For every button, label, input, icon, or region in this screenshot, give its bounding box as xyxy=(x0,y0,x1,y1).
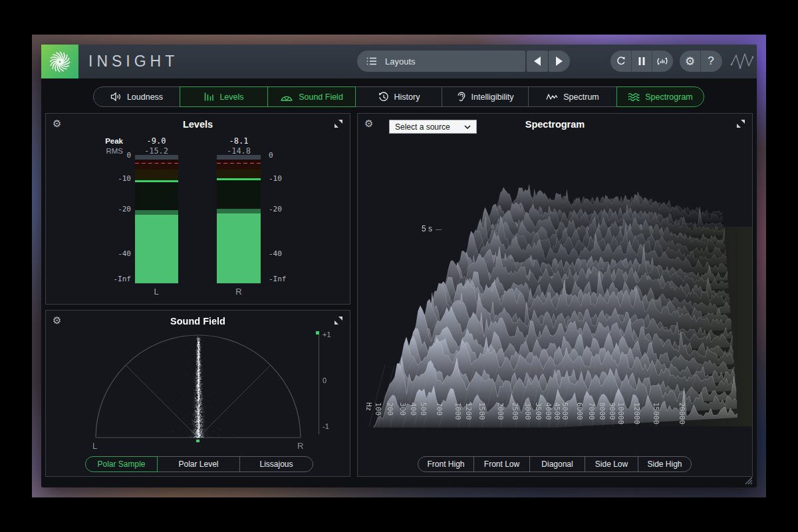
scale-tick: -40 xyxy=(269,249,282,258)
back-arrow-icon xyxy=(529,57,541,66)
spectrogram-icon xyxy=(628,92,640,102)
freq-axis-label: 20000 xyxy=(678,402,686,424)
tab-label: Sound Field xyxy=(299,92,343,102)
polar-sample-scatter xyxy=(46,311,351,477)
freq-axis-label: 3000 xyxy=(523,402,532,420)
freq-axis-label: 400 xyxy=(409,402,418,416)
freq-axis-label: 9000 xyxy=(608,402,616,420)
correlation-marker xyxy=(316,331,319,334)
levels-panel: ⚙ Levels Peak RMS -9.0 -8.1 -15.2 -14.8 … xyxy=(45,113,350,305)
tab-label: History xyxy=(394,92,420,102)
levels-expand-button[interactable] xyxy=(334,119,343,128)
tab-label: Levels xyxy=(219,92,243,102)
tab-history[interactable]: History xyxy=(355,86,442,107)
sync-button[interactable] xyxy=(652,51,672,72)
settings-controls: ⚙ ? xyxy=(680,51,722,72)
scale-tick: 0 xyxy=(106,151,131,160)
screen: INSIGHT Layouts xyxy=(0,0,798,532)
rms-value-left: -15.2 xyxy=(134,146,178,156)
tab-label: Intelligibility xyxy=(471,92,514,102)
freq-axis-label: 2500 xyxy=(511,402,519,420)
pinwheel-icon xyxy=(47,49,72,74)
peak-value-left: -9.0 xyxy=(134,136,178,146)
freq-axis-label: 12000 xyxy=(632,402,641,424)
tab-intelligibility[interactable]: Intelligibility xyxy=(442,86,529,107)
peak-label: Peak xyxy=(72,137,123,145)
tab-spectrum[interactable]: Spectrum xyxy=(528,86,617,107)
sound-field-icon xyxy=(280,92,293,102)
help-button[interactable]: ? xyxy=(700,51,721,72)
sound-field-mode-group: Polar Sample Polar Level Lissajous xyxy=(85,456,313,472)
spectrogram-view-group: Front High Front Low Diagonal Side Low S… xyxy=(418,456,692,472)
freq-axis-label: 500 xyxy=(419,402,428,416)
scale-tick: 0 xyxy=(269,151,273,160)
layouts-label: Layouts xyxy=(385,57,416,66)
view-diagonal[interactable]: Diagonal xyxy=(529,456,585,472)
sound-field-expand-button[interactable] xyxy=(334,316,343,325)
view-front-low[interactable]: Front Low xyxy=(473,456,530,472)
meter-left xyxy=(135,155,178,283)
scale-tick: -Inf xyxy=(269,275,287,283)
correlation-tick: +1 xyxy=(323,331,331,338)
mode-lissajous[interactable]: Lissajous xyxy=(239,456,313,472)
ear-icon xyxy=(457,91,466,102)
pause-icon xyxy=(638,57,646,66)
sound-field-panel: ⚙ Sound Field L R +1 0 -1 Polar Sample P… xyxy=(45,310,350,477)
pause-button[interactable] xyxy=(631,51,652,72)
freq-axis-label: 700 xyxy=(435,402,444,416)
layouts-menu[interactable]: Layouts xyxy=(357,51,525,72)
freq-axis-label: 2000 xyxy=(496,402,505,420)
scale-tick: -10 xyxy=(269,174,282,183)
levels-panel-title: Levels xyxy=(46,119,350,130)
transport-controls xyxy=(610,51,673,72)
izotope-logo xyxy=(730,51,754,71)
freq-axis-label: 4000 xyxy=(544,402,553,420)
view-side-low[interactable]: Side Low xyxy=(585,456,638,472)
freq-axis-label: 3500 xyxy=(534,402,543,420)
rms-value-right: -14.8 xyxy=(217,146,261,156)
polar-left-label: L xyxy=(92,441,97,451)
channel-label-left: L xyxy=(134,287,178,297)
freq-axis-label: 1000 xyxy=(454,402,462,420)
tab-spectrogram[interactable]: Spectrogram xyxy=(616,86,704,107)
izotope-insight-logo xyxy=(41,45,78,78)
titlebar: INSIGHT Layouts xyxy=(41,45,757,78)
view-front-high[interactable]: Front High xyxy=(418,456,474,472)
tab-levels[interactable]: Levels xyxy=(180,86,268,107)
reset-button[interactable] xyxy=(610,51,631,72)
peak-value-right: -8.1 xyxy=(217,136,261,146)
freq-axis-label: 8000 xyxy=(598,402,606,420)
spectrogram-expand-button[interactable] xyxy=(736,119,745,128)
spectrum-icon xyxy=(546,92,558,101)
freq-axis-label: 300 xyxy=(398,402,407,416)
tab-sound-field[interactable]: Sound Field xyxy=(267,86,356,107)
freq-axis-label: 100 xyxy=(374,402,382,416)
settings-button[interactable]: ⚙ xyxy=(680,51,700,72)
forward-button[interactable] xyxy=(549,51,570,72)
loudness-icon xyxy=(110,92,122,102)
correlation-tick: 0 xyxy=(323,376,327,384)
tab-label: Spectrum xyxy=(563,92,599,102)
spectrogram-panel-title: Spectrogram xyxy=(358,119,752,130)
channel-label-right: R xyxy=(217,287,261,297)
view-side-high[interactable]: Side High xyxy=(638,456,692,472)
mode-polar-sample[interactable]: Polar Sample xyxy=(85,456,158,472)
back-button[interactable] xyxy=(527,51,548,72)
tab-loudness[interactable]: Loudness xyxy=(93,86,180,107)
spectrogram-panel: ⚙ Select a source Spectrogram 5 s Hz1002… xyxy=(357,113,753,477)
time-axis-tick xyxy=(436,229,442,230)
sync-meter-icon xyxy=(656,55,669,67)
freq-axis-label: 200 xyxy=(386,402,394,416)
freq-axis-label: 7000 xyxy=(587,402,596,420)
mode-polar-level[interactable]: Polar Level xyxy=(157,456,240,472)
window-resize-grip[interactable] xyxy=(744,477,753,485)
scale-tick: -40 xyxy=(106,249,131,258)
help-icon: ? xyxy=(708,55,714,68)
view-tabbar: Loudness Levels Sound Field xyxy=(93,86,704,107)
freq-axis-label: 1200 xyxy=(464,402,473,420)
scale-tick: -20 xyxy=(106,205,131,213)
correlation-meter xyxy=(319,331,319,434)
gear-icon: ⚙ xyxy=(685,56,695,67)
meter-right xyxy=(217,155,261,283)
polar-right-label: R xyxy=(297,441,303,451)
